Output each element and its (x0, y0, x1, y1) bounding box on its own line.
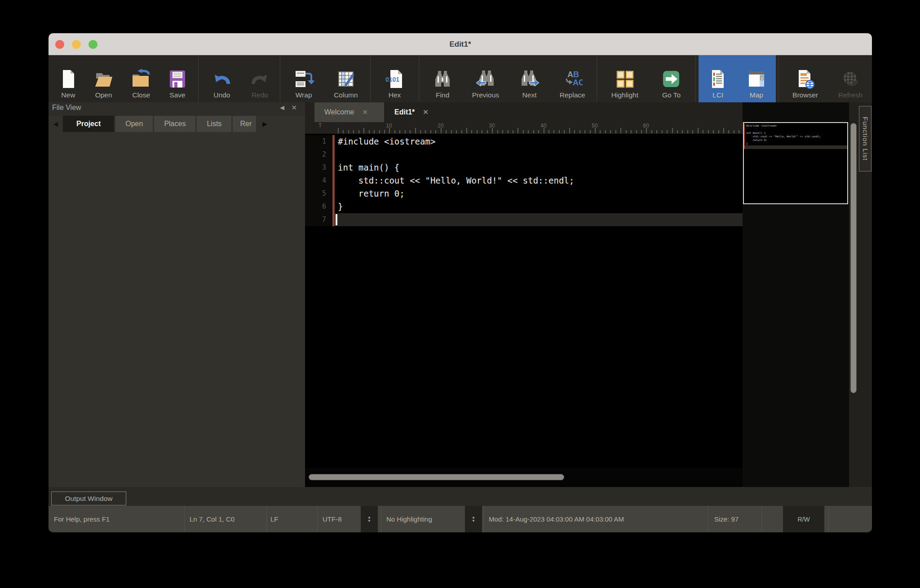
code-text: #include <iostream> (335, 135, 435, 148)
ruler-major-ticks (338, 128, 741, 133)
status-encoding[interactable]: UTF-8 (323, 506, 342, 532)
minimap-line-current (744, 145, 847, 149)
line-number: 1 (305, 135, 332, 148)
wrap-text-icon (293, 69, 314, 89)
undo-arrow-icon (212, 69, 232, 89)
hex-file-icon: 0101 (385, 69, 405, 89)
spinner-down-icon[interactable]: ▼ (472, 519, 475, 523)
minimap-line: #include <iostream> (744, 124, 847, 127)
lci-document-icon (708, 69, 728, 89)
close-tab-icon[interactable]: ✕ (423, 108, 429, 116)
map-button[interactable]: Map (737, 55, 776, 102)
toolbar-separator (280, 55, 280, 102)
toolbar-label: Wrap (296, 91, 312, 99)
wrap-button[interactable]: Wrap (283, 55, 324, 102)
file-view-header: File View ◀ ✕ (49, 102, 305, 116)
hex-button[interactable]: 0101 Hex (373, 55, 416, 102)
highlight-button[interactable]: Highlight (600, 55, 650, 102)
redo-button[interactable]: Redo (243, 55, 278, 102)
goto-arrow-icon (661, 69, 681, 89)
toolbar-label: Redo (252, 91, 268, 99)
code-editor[interactable]: 1 #include <iostream> 2 3 int main() { 4 (305, 134, 743, 468)
open-button[interactable]: Open (84, 55, 123, 102)
save-floppy-icon (167, 69, 188, 89)
toolbar-label: Previous (472, 91, 499, 99)
find-next-button[interactable]: Next (508, 55, 551, 102)
status-separator (708, 506, 708, 532)
status-highlighting[interactable]: No Highlighting (386, 506, 432, 532)
doc-tab-label: Edit1* (394, 108, 415, 116)
code-line: 1 #include <iostream> (305, 135, 743, 148)
tab-lists[interactable]: Lists (197, 116, 231, 132)
status-bar: For Help, press F1 Ln 7, Col 1, C0 LF UT… (49, 506, 872, 532)
output-window-label: Output Window (65, 495, 113, 503)
output-window-button[interactable]: Output Window (51, 491, 126, 505)
column-button[interactable]: Column (324, 55, 367, 102)
undo-button[interactable]: Undo (201, 55, 243, 102)
file-view-tab-bar: ◀ Project Open Places Lists Rer ▶ (49, 116, 305, 132)
toolbar-label: Highlight (611, 91, 638, 99)
doc-tab-welcome[interactable]: Welcome ✕ (314, 102, 384, 122)
minimap[interactable]: #include <iostream> int main() { std::co… (743, 102, 849, 487)
scroll-tabs-right-icon[interactable]: ▶ (257, 116, 272, 132)
map-panel-icon (746, 69, 767, 89)
horizontal-scrollbar-thumb[interactable] (309, 474, 564, 480)
lci-button[interactable]: LCI (699, 55, 737, 102)
main-content: File View ◀ ✕ ◀ Project Open Places List… (49, 102, 872, 487)
browser-button[interactable]: Browser (782, 55, 829, 102)
collapse-panel-icon[interactable]: ◀ (280, 104, 284, 111)
toolbar-label: Open (95, 91, 112, 99)
toolbar-label: Refresh (838, 91, 862, 99)
svg-text:0101: 0101 (385, 76, 399, 83)
column-edit-icon (336, 69, 356, 89)
title-bar: Edit1* (49, 33, 872, 55)
highlighting-spinner[interactable]: ▲ ▼ (465, 506, 482, 532)
tab-truncated[interactable]: Rer (233, 116, 256, 132)
code-text (335, 148, 338, 161)
new-button[interactable]: New (52, 55, 84, 102)
encoding-spinner[interactable]: ▲ ▼ (361, 506, 378, 532)
tab-project[interactable]: Project (63, 116, 114, 132)
close-panel-icon[interactable]: ✕ (291, 104, 297, 112)
status-cursor-position: Ln 7, Col 1, C0 (190, 506, 234, 532)
read-write-toggle[interactable]: R/W (783, 506, 824, 532)
find-button[interactable]: Find (422, 55, 463, 102)
replace-icon: AB AC (562, 69, 583, 89)
toolbar-label: Find (436, 91, 449, 99)
main-toolbar: New Open Close (49, 55, 872, 102)
replace-button[interactable]: AB AC Replace (551, 55, 594, 102)
horizontal-scrollbar[interactable] (305, 468, 743, 487)
close-button[interactable]: Close (123, 55, 159, 102)
line-number: 6 (305, 200, 332, 213)
file-view-panel: File View ◀ ✕ ◀ Project Open Places List… (49, 102, 305, 487)
status-separator (317, 506, 318, 532)
refresh-button[interactable]: Refresh (829, 55, 872, 102)
save-button[interactable]: Save (159, 55, 195, 102)
close-tab-icon[interactable]: ✕ (362, 108, 368, 116)
minimap-viewport[interactable]: #include <iostream> int main() { std::co… (743, 122, 848, 204)
doc-tab-edit1[interactable]: Edit1* ✕ (385, 102, 446, 122)
spinner-down-icon[interactable]: ▼ (367, 519, 371, 523)
binoculars-icon (432, 69, 453, 89)
find-previous-button[interactable]: Previous (463, 55, 508, 102)
toolbar-label: Column (334, 91, 358, 99)
scroll-tabs-left-icon[interactable]: ◀ (49, 116, 63, 132)
code-line-current: 7 (305, 213, 743, 226)
tab-open[interactable]: Open (115, 116, 153, 132)
code-line: 3 int main() { (305, 161, 743, 174)
code-line: 2 (305, 148, 743, 161)
minimap-line: std::cout << "Hello, World!" << std::end… (744, 135, 847, 138)
svg-text:AC: AC (573, 78, 583, 87)
status-line-ending[interactable]: LF (270, 506, 279, 532)
right-gutter: Function List (859, 102, 872, 487)
goto-button[interactable]: Go To (650, 55, 693, 102)
vertical-scrollbar[interactable] (849, 102, 859, 487)
tab-places[interactable]: Places (154, 116, 195, 132)
file-view-body[interactable] (49, 132, 305, 487)
tab-stop-marker: T (318, 123, 322, 129)
vertical-scrollbar-thumb[interactable] (850, 123, 857, 393)
toolbar-label: Close (132, 91, 150, 99)
status-separator (381, 506, 381, 532)
function-list-tab[interactable]: Function List (859, 106, 871, 171)
code-text: } (335, 200, 343, 213)
